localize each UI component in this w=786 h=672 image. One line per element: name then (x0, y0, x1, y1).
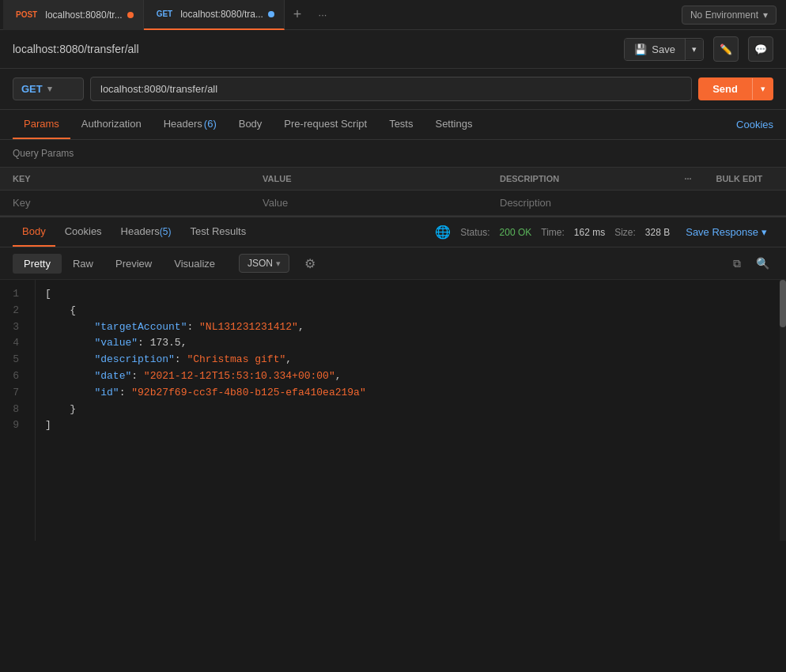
response-tab-test-results-label: Test Results (190, 225, 246, 237)
tab-body[interactable]: Body (228, 110, 274, 139)
tab-settings[interactable]: Settings (424, 110, 483, 139)
method-value: GET (21, 83, 43, 95)
save-response-chevron-icon: ▾ (761, 226, 767, 238)
save-button-group: 💾 Save ▾ (624, 38, 704, 61)
format-select-dropdown[interactable]: JSON ▾ (239, 254, 289, 273)
tab-bar: POST localhost:8080/tr... GET localhost:… (0, 0, 786, 30)
comment-icon: 💬 (754, 43, 767, 55)
json-line-8: } (45, 402, 777, 418)
col-value-header: VALUE (253, 168, 490, 191)
globe-icon: 🌐 (435, 225, 451, 240)
size-value: 328 B (645, 227, 670, 238)
format-tab-preview[interactable]: Preview (104, 254, 163, 274)
tab-tests[interactable]: Tests (378, 110, 424, 139)
scrollbar-track[interactable] (780, 280, 786, 541)
env-chevron-icon: ▾ (763, 9, 768, 21)
response-tab-cookies[interactable]: Cookies (55, 217, 111, 247)
env-selector[interactable]: No Environment ▾ (682, 6, 777, 25)
search-button[interactable]: 🔍 (751, 252, 773, 274)
send-button[interactable]: Send (698, 77, 752, 100)
tab-post[interactable]: POST localhost:8080/tr... (3, 0, 144, 30)
json-line-4: "value": 173.5, (45, 335, 777, 352)
more-tabs-button[interactable]: ··· (310, 2, 335, 28)
json-line-1: [ (45, 286, 777, 303)
response-section: Body Cookies Headers(5) Test Results 🌐 S… (0, 216, 786, 541)
send-dropdown-button[interactable]: ▾ (752, 78, 773, 100)
response-tab-headers[interactable]: Headers(5) (111, 217, 181, 247)
size-label: Size: (614, 227, 636, 238)
response-tab-body-label: Body (22, 225, 46, 237)
request-title: localhost:8080/transfer/all (13, 43, 614, 55)
comment-button[interactable]: 💬 (748, 36, 773, 62)
url-bar: GET ▾ Send ▾ (0, 69, 786, 110)
format-select-chevron-icon: ▾ (276, 259, 281, 269)
copy-button[interactable]: ⧉ (726, 252, 748, 274)
bulk-edit-button[interactable]: Bulk Edit (706, 168, 786, 191)
tab-tests-label: Tests (389, 118, 413, 130)
request-header: localhost:8080/transfer/all 💾 Save ▾ ✏️ … (0, 30, 786, 69)
format-tab-pretty[interactable]: Pretty (13, 254, 62, 274)
col-key-header: KEY (0, 168, 253, 191)
save-label: Save (652, 43, 675, 55)
response-status-area: 🌐 Status: 200 OK Time: 162 ms Size: 328 … (435, 223, 773, 241)
query-params-label: Query Params (0, 140, 786, 168)
format-tab-raw[interactable]: Raw (62, 254, 104, 274)
pencil-icon: ✏️ (720, 43, 732, 55)
json-response-content: [ { "targetAccount": "NL131231231412", "… (36, 280, 786, 541)
url-input[interactable] (90, 77, 692, 101)
json-line-7: "id": "92b27f69-cc3f-4b80-b125-efa410ea2… (45, 385, 777, 402)
format-select-value: JSON (248, 258, 273, 269)
tab-get-method: GET (153, 9, 176, 19)
json-line-3: "targetAccount": "NL131231231412", (45, 319, 777, 336)
time-value: 162 ms (574, 227, 605, 238)
format-right-actions: ⧉ 🔍 (726, 252, 773, 274)
response-tab-body[interactable]: Body (13, 217, 55, 247)
col-more-header: ··· (675, 168, 706, 191)
tab-settings-label: Settings (435, 118, 472, 130)
tab-authorization[interactable]: Authorization (70, 110, 153, 139)
response-format-bar: Pretty Raw Preview Visualize JSON ▾ ⚙ ⧉ … (0, 247, 786, 280)
save-response-label: Save Response (686, 226, 758, 238)
response-tab-test-results[interactable]: Test Results (180, 217, 255, 247)
time-label: Time: (541, 227, 565, 238)
col-description-header: DESCRIPTION (490, 168, 675, 191)
format-tab-visualize[interactable]: Visualize (163, 254, 226, 274)
cookies-link[interactable]: Cookies (736, 111, 773, 138)
new-tab-button[interactable]: + (285, 2, 310, 28)
format-icons: ⚙ (299, 252, 321, 274)
tab-post-method: POST (13, 9, 40, 20)
method-select[interactable]: GET ▾ (13, 77, 84, 100)
filter-icon[interactable]: ⚙ (299, 252, 321, 274)
scrollbar-thumb[interactable] (780, 280, 786, 327)
description-input[interactable] (500, 197, 665, 209)
tab-get-dot (268, 11, 274, 17)
headers-badge: (6) (204, 118, 217, 130)
line-numbers: 1 2 3 4 5 6 7 8 9 (0, 280, 36, 541)
tab-get[interactable]: GET localhost:8080/tra... (144, 0, 285, 30)
json-line-2: { (45, 303, 777, 319)
method-chevron-icon: ▾ (47, 84, 52, 94)
response-headers-badge: (5) (160, 226, 172, 237)
edit-button[interactable]: ✏️ (713, 36, 739, 62)
code-area: 1 2 3 4 5 6 7 8 9 [ { "targetAccount": "… (0, 280, 786, 541)
tab-headers[interactable]: Headers(6) (153, 110, 228, 139)
value-input[interactable] (263, 197, 481, 209)
tab-body-label: Body (239, 118, 263, 130)
save-button[interactable]: 💾 Save (625, 39, 686, 60)
save-dropdown-button[interactable]: ▾ (686, 40, 703, 59)
key-input[interactable] (13, 197, 244, 209)
params-table: KEY VALUE DESCRIPTION ··· Bulk Edit (0, 168, 786, 216)
tab-authorization-label: Authorization (81, 118, 142, 130)
tab-pre-request[interactable]: Pre-request Script (273, 110, 378, 139)
status-value: 200 OK (500, 227, 532, 238)
tab-pre-request-label: Pre-request Script (284, 118, 367, 130)
response-tabs-bar: Body Cookies Headers(5) Test Results 🌐 S… (0, 217, 786, 247)
tab-params[interactable]: Params (13, 110, 70, 139)
send-button-group: Send ▾ (698, 77, 773, 100)
json-line-6: "date": "2021-12-12T15:53:10.334+00:00", (45, 368, 777, 385)
json-line-5: "description": "Christmas gift", (45, 352, 777, 368)
save-response-button[interactable]: Save Response ▾ (679, 223, 773, 241)
tab-post-dot (127, 12, 134, 18)
tab-get-url: localhost:8080/tra... (180, 9, 263, 20)
json-line-9: ] (45, 417, 777, 434)
